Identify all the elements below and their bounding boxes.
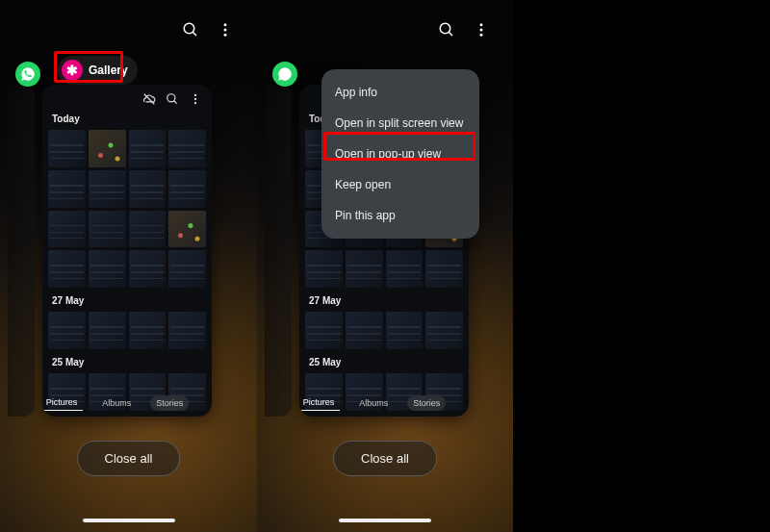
section-header-today: Today <box>42 110 212 128</box>
thumbnail[interactable] <box>168 170 206 208</box>
section-header-d1: 27 May <box>42 291 212 310</box>
menu-pin-app[interactable]: Pin this app <box>321 200 479 231</box>
svg-point-10 <box>194 102 196 104</box>
search-icon[interactable] <box>166 92 179 106</box>
menu-icon[interactable] <box>459 395 469 410</box>
thumbnail[interactable] <box>89 130 126 167</box>
search-icon[interactable] <box>438 21 455 38</box>
svg-point-13 <box>480 23 483 26</box>
section-header-d2: 25 May <box>42 353 212 371</box>
thumbnail[interactable] <box>168 211 206 248</box>
thumbnail[interactable] <box>89 211 126 248</box>
thumbnail[interactable] <box>89 250 126 288</box>
svg-line-7 <box>174 101 177 104</box>
whatsapp-card-peek[interactable] <box>15 62 40 87</box>
search-icon[interactable] <box>182 21 199 38</box>
tab-stories[interactable]: Stories <box>407 395 446 411</box>
svg-point-6 <box>167 94 175 102</box>
svg-point-9 <box>194 98 196 100</box>
thumbnail[interactable] <box>48 170 86 208</box>
svg-point-14 <box>480 29 483 32</box>
menu-keep-open[interactable]: Keep open <box>321 169 479 200</box>
svg-point-3 <box>224 29 227 32</box>
svg-line-1 <box>192 32 196 36</box>
screen-recents-1: ✱ Gallery Today 27 May 25 May Pictures A… <box>0 0 257 532</box>
thumbnail[interactable] <box>168 312 206 349</box>
annotation-highlight-pill <box>54 51 123 83</box>
more-icon[interactable] <box>473 21 490 38</box>
prev-app-card[interactable] <box>8 85 35 417</box>
tab-albums[interactable]: Albums <box>96 395 137 411</box>
svg-point-15 <box>480 34 483 37</box>
prev-app-card[interactable] <box>265 85 292 417</box>
tab-stories[interactable]: Stories <box>150 395 189 411</box>
thumb-grid-today <box>42 128 212 291</box>
svg-point-4 <box>224 34 227 37</box>
tab-albums[interactable]: Albums <box>353 395 394 411</box>
thumbnail[interactable] <box>89 312 126 349</box>
menu-icon[interactable] <box>202 395 212 410</box>
thumbnail[interactable] <box>168 130 206 167</box>
gallery-card-toolbar <box>142 92 202 106</box>
thumbnail[interactable] <box>129 250 167 288</box>
thumbnail[interactable] <box>89 170 126 208</box>
thumbnail[interactable] <box>129 211 167 248</box>
nav-handle[interactable] <box>339 519 431 522</box>
more-icon[interactable] <box>217 21 234 38</box>
thumbnail[interactable] <box>48 211 86 248</box>
cloud-off-icon[interactable] <box>142 92 156 106</box>
section-header-d2: 25 May <box>299 353 469 371</box>
gallery-tabbar: Pictures Albums Stories <box>299 394 469 411</box>
gallery-tabbar: Pictures Albums Stories <box>42 394 212 411</box>
close-all-button[interactable]: Close all <box>333 441 437 476</box>
thumbnail[interactable] <box>48 312 86 349</box>
more-icon[interactable] <box>189 92 202 106</box>
whatsapp-card-peek[interactable] <box>272 62 297 87</box>
nav-handle[interactable] <box>83 519 175 522</box>
recents-toolbar <box>182 21 234 38</box>
close-all-button[interactable]: Close all <box>77 441 181 476</box>
thumbnail[interactable] <box>129 170 167 208</box>
svg-point-11 <box>440 23 450 34</box>
thumbnail[interactable] <box>48 250 86 288</box>
svg-line-12 <box>449 32 452 36</box>
menu-app-info[interactable]: App info <box>321 77 479 108</box>
section-header-d1: 27 May <box>299 291 469 310</box>
thumbnail[interactable] <box>168 250 206 288</box>
thumbnail[interactable] <box>48 130 86 167</box>
thumbnail[interactable] <box>129 130 167 167</box>
thumb-grid-d1 <box>42 310 212 353</box>
svg-point-2 <box>224 23 227 26</box>
recents-toolbar <box>438 21 490 38</box>
annotation-highlight-popup <box>323 132 475 161</box>
svg-point-8 <box>194 94 196 96</box>
thumbnail[interactable] <box>129 312 167 349</box>
tab-pictures[interactable]: Pictures <box>42 394 83 411</box>
gallery-card[interactable]: Today 27 May 25 May Pictures Albums Stor… <box>42 85 212 417</box>
svg-point-0 <box>184 23 194 34</box>
tab-pictures[interactable]: Pictures <box>299 394 340 411</box>
